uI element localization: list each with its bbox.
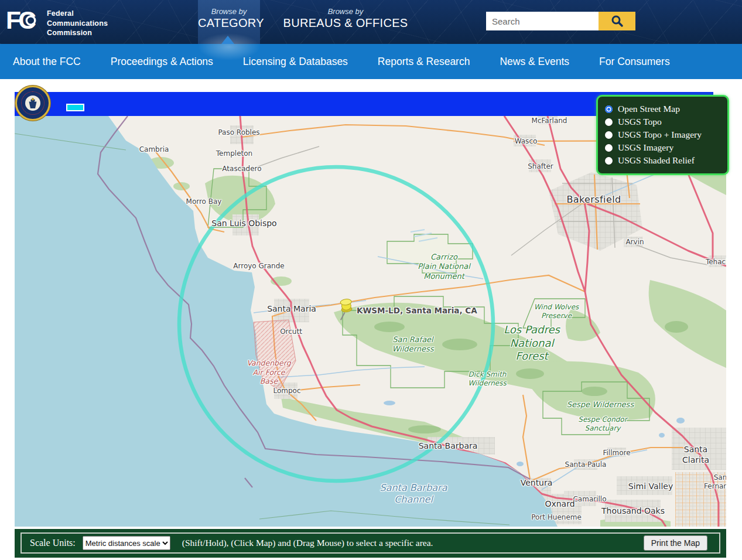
browse-by-text: Browse by: [274, 7, 417, 16]
browse-bureaus-tab[interactable]: Browse by BUREAUS & OFFICES: [274, 0, 417, 44]
main-nav: About the FCCProceedings & ActionsLicens…: [0, 44, 742, 79]
bureaus-label: BUREAUS & OFFICES: [274, 16, 417, 30]
radio-icon[interactable]: [605, 118, 613, 126]
nav-item[interactable]: Proceedings & Actions: [111, 56, 213, 68]
nav-item[interactable]: News & Events: [500, 56, 569, 68]
station-pin-icon[interactable]: [336, 296, 359, 322]
category-label: CATEGORY: [198, 16, 260, 30]
map-application: Paso RoblesCambriaTempletonAtascaderoMor…: [15, 92, 726, 558]
nav-item[interactable]: For Consumers: [599, 56, 670, 68]
browse-by-text: Browse by: [198, 7, 260, 16]
layer-option-label: USGS Topo + Imagery: [618, 129, 702, 140]
loading-indicator: [66, 104, 84, 111]
search-input[interactable]: [486, 12, 599, 30]
layer-option-label: USGS Imagery: [618, 142, 673, 153]
layer-option[interactable]: Open Street Map: [605, 103, 720, 115]
toolbar-frame: Scale Units: Metric distances scale (Shi…: [20, 532, 720, 554]
fcc-monogram-icon: FC: [6, 6, 40, 35]
layer-option-label: USGS Shaded Relief: [618, 155, 695, 166]
site-header: FC Federal Communications Commission Bro…: [0, 0, 742, 44]
map-canvas[interactable]: [15, 116, 726, 527]
layer-option[interactable]: USGS Topo: [605, 116, 720, 128]
map-toolbar: Scale Units: Metric distances scale (Shi…: [15, 529, 726, 558]
layer-control: Open Street Map USGS Topo USGS Topo + Im…: [596, 95, 729, 175]
nav-item[interactable]: Licensing & Databases: [243, 56, 348, 68]
radio-icon[interactable]: [605, 157, 613, 165]
search-button[interactable]: [599, 12, 635, 30]
search-bar: [486, 12, 635, 30]
radio-icon[interactable]: [605, 131, 613, 139]
org-name: Federal Communications Commission: [47, 9, 108, 38]
fcc-seal: [15, 86, 50, 121]
fcc-seal-emblem: [25, 95, 40, 111]
magnifier-icon: [611, 15, 624, 28]
radio-icon[interactable]: [605, 105, 613, 113]
scale-units-select[interactable]: Metric distances scale: [83, 536, 170, 550]
scale-units-label: Scale Units:: [30, 538, 76, 548]
layer-option[interactable]: USGS Imagery: [605, 142, 720, 153]
layer-option[interactable]: USGS Topo + Imagery: [605, 129, 720, 141]
layer-option-label: Open Street Map: [618, 104, 680, 114]
svg-text:FC: FC: [6, 6, 36, 34]
radio-icon[interactable]: [605, 144, 613, 152]
fcc-logo[interactable]: FC Federal Communications Commission: [6, 6, 108, 38]
nav-item[interactable]: About the FCC: [13, 56, 81, 68]
layer-option-label: USGS Topo: [618, 117, 662, 127]
layer-option[interactable]: USGS Shaded Relief: [605, 155, 720, 166]
category-tab-arrow: [221, 36, 234, 44]
print-map-button[interactable]: Print the Map: [644, 535, 707, 551]
nav-item[interactable]: Reports & Research: [378, 56, 470, 68]
map-instructions: (Shift/Hold), (Click Map) and (Drag Mous…: [182, 538, 433, 548]
